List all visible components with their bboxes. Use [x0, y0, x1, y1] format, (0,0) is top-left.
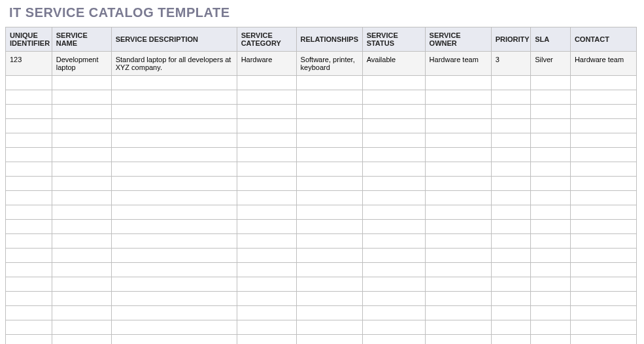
empty-cell[interactable]	[52, 76, 111, 90]
empty-cell[interactable]	[6, 277, 52, 292]
empty-cell[interactable]	[425, 105, 491, 119]
empty-cell[interactable]	[237, 263, 296, 277]
empty-cell[interactable]	[531, 105, 571, 119]
table-row[interactable]	[6, 249, 637, 263]
empty-cell[interactable]	[52, 220, 111, 234]
empty-cell[interactable]	[425, 162, 491, 177]
empty-cell[interactable]	[237, 220, 296, 234]
table-row[interactable]	[6, 234, 637, 249]
empty-cell[interactable]	[531, 335, 571, 345]
empty-cell[interactable]	[570, 306, 636, 320]
empty-cell[interactable]	[296, 177, 362, 191]
table-row[interactable]	[6, 205, 637, 220]
empty-cell[interactable]	[425, 335, 491, 345]
empty-cell[interactable]	[491, 90, 531, 105]
empty-cell[interactable]	[52, 105, 111, 119]
empty-cell[interactable]	[237, 148, 296, 162]
empty-cell[interactable]	[52, 119, 111, 133]
empty-cell[interactable]	[425, 119, 491, 133]
empty-cell[interactable]	[237, 133, 296, 148]
empty-cell[interactable]	[491, 335, 531, 345]
empty-cell[interactable]	[491, 234, 531, 249]
empty-cell[interactable]	[237, 292, 296, 306]
empty-cell[interactable]	[111, 320, 237, 335]
empty-cell[interactable]	[111, 105, 237, 119]
empty-cell[interactable]	[570, 162, 636, 177]
empty-cell[interactable]	[570, 277, 636, 292]
empty-cell[interactable]	[52, 133, 111, 148]
empty-cell[interactable]	[425, 320, 491, 335]
empty-cell[interactable]	[362, 90, 425, 105]
empty-cell[interactable]	[6, 148, 52, 162]
empty-cell[interactable]	[531, 306, 571, 320]
empty-cell[interactable]	[491, 148, 531, 162]
empty-cell[interactable]	[296, 263, 362, 277]
empty-cell[interactable]	[491, 249, 531, 263]
table-row[interactable]	[6, 133, 637, 148]
empty-cell[interactable]	[111, 133, 237, 148]
empty-cell[interactable]	[491, 205, 531, 220]
table-row[interactable]	[6, 162, 637, 177]
empty-cell[interactable]	[570, 205, 636, 220]
empty-cell[interactable]	[362, 220, 425, 234]
empty-cell[interactable]	[570, 177, 636, 191]
empty-cell[interactable]	[531, 205, 571, 220]
empty-cell[interactable]	[531, 292, 571, 306]
empty-cell[interactable]	[570, 320, 636, 335]
table-row[interactable]	[6, 105, 637, 119]
empty-cell[interactable]	[362, 177, 425, 191]
cell-relationships[interactable]: Software, printer, keyboard	[296, 52, 362, 76]
empty-cell[interactable]	[425, 292, 491, 306]
empty-cell[interactable]	[570, 133, 636, 148]
empty-cell[interactable]	[570, 335, 636, 345]
table-row[interactable]	[6, 119, 637, 133]
empty-cell[interactable]	[296, 234, 362, 249]
empty-cell[interactable]	[531, 177, 571, 191]
empty-cell[interactable]	[52, 177, 111, 191]
empty-cell[interactable]	[296, 335, 362, 345]
empty-cell[interactable]	[425, 249, 491, 263]
empty-cell[interactable]	[52, 162, 111, 177]
empty-cell[interactable]	[6, 249, 52, 263]
empty-cell[interactable]	[491, 277, 531, 292]
empty-cell[interactable]	[111, 277, 237, 292]
empty-cell[interactable]	[531, 191, 571, 205]
empty-cell[interactable]	[296, 133, 362, 148]
empty-cell[interactable]	[531, 133, 571, 148]
table-row[interactable]	[6, 90, 637, 105]
empty-cell[interactable]	[6, 292, 52, 306]
empty-cell[interactable]	[425, 306, 491, 320]
cell-service-name[interactable]: Development laptop	[52, 52, 111, 76]
empty-cell[interactable]	[425, 191, 491, 205]
empty-cell[interactable]	[362, 76, 425, 90]
empty-cell[interactable]	[425, 90, 491, 105]
empty-cell[interactable]	[296, 249, 362, 263]
cell-unique-identifier[interactable]: 123	[6, 52, 52, 76]
empty-cell[interactable]	[531, 263, 571, 277]
empty-cell[interactable]	[296, 148, 362, 162]
empty-cell[interactable]	[531, 277, 571, 292]
empty-cell[interactable]	[111, 148, 237, 162]
table-row[interactable]: 123Development laptopStandard laptop for…	[6, 52, 637, 76]
empty-cell[interactable]	[52, 306, 111, 320]
empty-cell[interactable]	[570, 148, 636, 162]
empty-cell[interactable]	[6, 133, 52, 148]
empty-cell[interactable]	[111, 205, 237, 220]
table-row[interactable]	[6, 263, 637, 277]
empty-cell[interactable]	[111, 177, 237, 191]
empty-cell[interactable]	[296, 306, 362, 320]
empty-cell[interactable]	[491, 105, 531, 119]
empty-cell[interactable]	[6, 177, 52, 191]
empty-cell[interactable]	[362, 292, 425, 306]
cell-service-category[interactable]: Hardware	[237, 52, 296, 76]
empty-cell[interactable]	[6, 162, 52, 177]
empty-cell[interactable]	[531, 148, 571, 162]
empty-cell[interactable]	[52, 335, 111, 345]
empty-cell[interactable]	[237, 191, 296, 205]
empty-cell[interactable]	[491, 320, 531, 335]
empty-cell[interactable]	[237, 335, 296, 345]
empty-cell[interactable]	[52, 148, 111, 162]
empty-cell[interactable]	[570, 220, 636, 234]
empty-cell[interactable]	[491, 162, 531, 177]
empty-cell[interactable]	[425, 205, 491, 220]
